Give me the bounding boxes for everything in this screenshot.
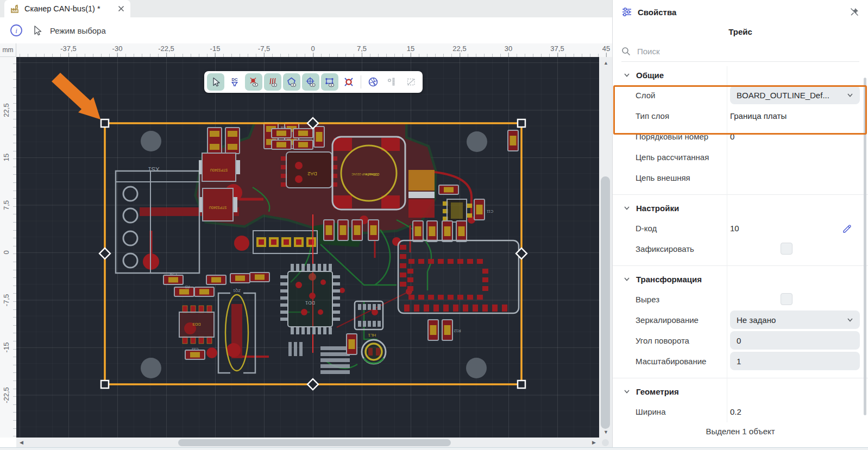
section-general-header[interactable]: Общие xyxy=(613,65,868,85)
editor-toolbar: i Режим выбора xyxy=(0,17,612,43)
polygons-visibility-button[interactable] xyxy=(283,73,300,91)
chevron-down-icon xyxy=(624,276,630,282)
cursor-icon xyxy=(210,77,221,87)
row-ordinal: Порядковый номер 0 xyxy=(613,126,868,147)
tab-bar: Сканер CAN-bus(1) * xyxy=(0,0,612,18)
row-net-calculated: Цепь рассчитанная xyxy=(613,147,868,167)
v-tick-label: -15 xyxy=(2,343,10,353)
toolbar-separator xyxy=(361,75,361,88)
mirroring-dropdown[interactable]: Не задано xyxy=(730,310,860,329)
rotation-input[interactable]: 0 xyxy=(730,331,860,350)
width-value: 0.2 xyxy=(730,407,741,416)
rf-module xyxy=(398,240,519,313)
ruler-unit: mm xyxy=(0,43,16,57)
cutout-checkbox[interactable] xyxy=(781,293,792,305)
section-transformation-header[interactable]: Трансформация xyxy=(613,269,868,289)
scroll-down-icon[interactable]: ▼ xyxy=(603,430,608,435)
h-tick-label: -30 xyxy=(112,45,123,53)
svg-text:DA2: DA2 xyxy=(307,171,317,176)
region-eye-icon xyxy=(324,77,335,87)
chevron-down-icon xyxy=(847,316,853,323)
h-tick-label: 30 xyxy=(505,45,512,53)
scroll-up-icon[interactable]: ▲ xyxy=(603,61,608,66)
selection-handle-s[interactable] xyxy=(307,379,318,390)
pads-visibility-button[interactable] xyxy=(245,73,262,91)
svg-text:C24: C24 xyxy=(169,272,177,276)
h-tick-label: 37,5 xyxy=(550,45,564,53)
svg-text:ZQ1: ZQ1 xyxy=(233,288,241,293)
aperture-button[interactable] xyxy=(364,73,382,91)
canvas-vertical-scrollbar[interactable]: ▲ ▼ xyxy=(599,57,612,438)
smd-pad-bars xyxy=(288,342,350,374)
selection-handle-nw[interactable] xyxy=(101,119,109,127)
selection-handle-se[interactable] xyxy=(518,381,525,388)
dc-filter-icon: DC xyxy=(229,77,240,87)
tab-scanner-can-bus[interactable]: Сканер CAN-bus(1) * xyxy=(4,0,130,17)
regions-visibility-button[interactable] xyxy=(321,73,338,91)
panel-scroll-thumb[interactable] xyxy=(864,78,866,415)
board-region-button[interactable] xyxy=(402,73,420,91)
layer-type-value: Граница платы xyxy=(730,111,787,121)
vias-visibility-button[interactable] xyxy=(302,73,319,91)
pad-stack-icon xyxy=(343,77,354,87)
info-icon[interactable]: i xyxy=(10,24,23,37)
board-region-icon xyxy=(406,77,417,87)
close-icon[interactable] xyxy=(117,5,125,12)
chip-dd3: DD3 xyxy=(179,306,214,344)
canvas-horizontal-scrollbar[interactable]: ◀ ▶ xyxy=(16,438,599,448)
pad-eye-icon xyxy=(248,77,259,87)
v-tick-label: 0 xyxy=(2,250,10,254)
selection-handle-sw[interactable] xyxy=(101,381,109,388)
sliders-icon xyxy=(621,7,632,17)
chevron-down-icon xyxy=(624,205,630,211)
section-settings-header[interactable]: Настройки xyxy=(613,198,868,218)
row-rotation: Угол поворота 0 xyxy=(613,330,868,351)
xs1-label: XS1 xyxy=(148,166,160,173)
h-tick-label: 45 xyxy=(602,45,610,53)
dc-filter-button[interactable]: DC xyxy=(226,73,243,91)
row-width: Ширина 0.2 xyxy=(613,401,868,422)
scaling-input[interactable]: 1 xyxy=(730,352,860,370)
pcb-canvas[interactable]: XS1 R8 STPS340U xyxy=(16,57,599,438)
r8-label: R8 xyxy=(280,125,286,130)
chip-da2: DA2 xyxy=(281,152,337,188)
drill-button[interactable] xyxy=(383,73,401,91)
svg-text:DC: DC xyxy=(232,77,238,82)
section-geometry-header[interactable]: Геометрия xyxy=(613,382,868,401)
cursor-icon xyxy=(32,24,43,36)
section-settings: Настройки D-код 10 Зафиксировать xyxy=(613,195,868,259)
scrollbar-corner xyxy=(599,438,612,448)
tantalum-caps xyxy=(408,170,435,218)
section-transformation: Трансформация Вырез Зеркалирование Не за… xyxy=(613,266,868,371)
edit-pencil-icon[interactable] xyxy=(842,223,852,233)
aperture-icon xyxy=(368,77,379,87)
unpin-icon[interactable] xyxy=(850,7,859,17)
h-tick-label: 7,5 xyxy=(357,45,367,53)
trace-eye-icon xyxy=(267,77,278,87)
pad-stack-button[interactable] xyxy=(340,73,357,91)
layer-dropdown[interactable]: BOARD_OUTLINE_Def... xyxy=(730,86,860,104)
chevron-down-icon xyxy=(847,92,853,98)
scroll-right-icon[interactable]: ▶ xyxy=(592,440,596,445)
chip-dd2 xyxy=(355,301,383,329)
resistor-r11-r12: R12 xyxy=(428,320,461,340)
vertical-scroll-thumb[interactable] xyxy=(601,176,610,429)
horizontal-scroll-thumb[interactable] xyxy=(178,439,451,446)
lock-checkbox[interactable] xyxy=(781,243,792,255)
traces-visibility-button[interactable] xyxy=(264,73,281,91)
selection-handle-ne[interactable] xyxy=(518,119,525,127)
search-input[interactable] xyxy=(636,46,859,56)
row-layer: Слой BOARD_OUTLINE_Def... xyxy=(613,85,868,105)
tab-title: Сканер CAN-bus(1) * xyxy=(24,4,112,13)
led-hl1: HL1 xyxy=(347,333,386,364)
svg-text:R9: R9 xyxy=(185,285,190,289)
window-bottom-edge xyxy=(0,447,868,450)
diode-vd2: STPS340U xyxy=(199,153,240,181)
select-tool-button[interactable] xyxy=(207,73,224,91)
selection-handle-w[interactable] xyxy=(99,248,110,259)
pin-header xyxy=(253,231,317,253)
scroll-left-icon[interactable]: ◀ xyxy=(20,440,23,445)
v-tick-label: 15 xyxy=(2,154,10,161)
selection-status: Выделен 1 объект xyxy=(613,422,868,447)
h-tick-label: 22,5 xyxy=(452,45,466,53)
